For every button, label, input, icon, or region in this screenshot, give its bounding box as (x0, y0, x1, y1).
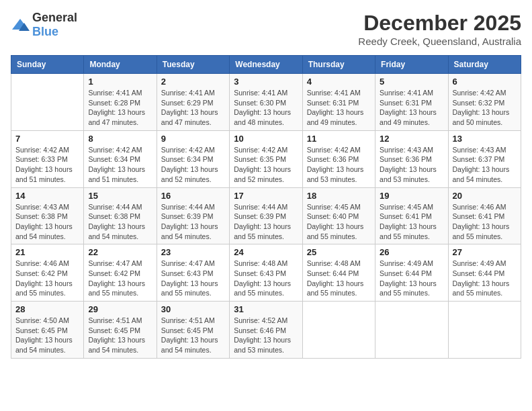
calendar-cell: 27Sunrise: 4:49 AMSunset: 6:44 PMDayligh… (448, 244, 521, 302)
day-info: Sunrise: 4:50 AMSunset: 6:45 PMDaylight:… (15, 316, 79, 355)
day-number: 31 (234, 304, 298, 314)
calendar-cell: 25Sunrise: 4:48 AMSunset: 6:44 PMDayligh… (302, 244, 375, 302)
calendar-cell: 1Sunrise: 4:41 AMSunset: 6:28 PMDaylight… (84, 74, 157, 131)
day-number: 4 (307, 77, 371, 87)
day-number: 28 (15, 304, 79, 314)
day-number: 7 (15, 134, 79, 144)
day-info: Sunrise: 4:49 AMSunset: 6:44 PMDaylight:… (453, 259, 517, 298)
day-info: Sunrise: 4:47 AMSunset: 6:43 PMDaylight:… (161, 259, 225, 298)
day-info: Sunrise: 4:43 AMSunset: 6:38 PMDaylight:… (15, 202, 79, 242)
day-info: Sunrise: 4:42 AMSunset: 6:32 PMDaylight:… (453, 88, 517, 128)
calendar-cell: 26Sunrise: 4:49 AMSunset: 6:44 PMDayligh… (375, 244, 448, 302)
calendar-week-row: 14Sunrise: 4:43 AMSunset: 6:38 PMDayligh… (11, 187, 521, 244)
calendar-cell: 28Sunrise: 4:50 AMSunset: 6:45 PMDayligh… (11, 302, 84, 359)
day-number: 9 (161, 134, 225, 144)
calendar-cell: 6Sunrise: 4:42 AMSunset: 6:32 PMDaylight… (448, 74, 521, 131)
calendar-cell: 21Sunrise: 4:46 AMSunset: 6:42 PMDayligh… (11, 244, 84, 302)
calendar-cell: 16Sunrise: 4:44 AMSunset: 6:39 PMDayligh… (157, 187, 229, 244)
day-info: Sunrise: 4:42 AMSunset: 6:34 PMDaylight:… (88, 145, 152, 185)
calendar-cell: 14Sunrise: 4:43 AMSunset: 6:38 PMDayligh… (11, 187, 84, 244)
day-number: 10 (234, 134, 298, 144)
calendar-cell: 15Sunrise: 4:44 AMSunset: 6:38 PMDayligh… (84, 187, 157, 244)
day-info: Sunrise: 4:46 AMSunset: 6:42 PMDaylight:… (15, 259, 79, 298)
calendar-cell: 20Sunrise: 4:46 AMSunset: 6:41 PMDayligh… (448, 187, 521, 244)
day-number: 24 (234, 247, 298, 257)
calendar-cell: 29Sunrise: 4:51 AMSunset: 6:45 PMDayligh… (84, 302, 157, 359)
calendar-cell: 18Sunrise: 4:45 AMSunset: 6:40 PMDayligh… (302, 187, 375, 244)
day-number: 21 (15, 247, 79, 257)
calendar-header-saturday: Saturday (448, 56, 521, 74)
calendar-week-row: 7Sunrise: 4:42 AMSunset: 6:33 PMDaylight… (11, 130, 521, 187)
calendar-header-sunday: Sunday (11, 56, 84, 74)
day-info: Sunrise: 4:43 AMSunset: 6:37 PMDaylight:… (453, 145, 517, 185)
day-info: Sunrise: 4:46 AMSunset: 6:41 PMDaylight:… (453, 202, 517, 242)
day-info: Sunrise: 4:45 AMSunset: 6:40 PMDaylight:… (307, 202, 371, 242)
day-number: 23 (161, 247, 225, 257)
calendar-cell: 17Sunrise: 4:44 AMSunset: 6:39 PMDayligh… (230, 187, 302, 244)
calendar-week-row: 21Sunrise: 4:46 AMSunset: 6:42 PMDayligh… (11, 244, 521, 302)
header: General Blue December 2025 Reedy Creek, … (11, 11, 521, 47)
day-info: Sunrise: 4:47 AMSunset: 6:42 PMDaylight:… (88, 259, 152, 298)
day-number: 3 (234, 77, 298, 87)
calendar-cell: 4Sunrise: 4:41 AMSunset: 6:31 PMDaylight… (302, 74, 375, 131)
day-number: 13 (453, 134, 517, 144)
day-info: Sunrise: 4:51 AMSunset: 6:45 PMDaylight:… (161, 316, 225, 355)
day-number: 8 (88, 134, 152, 144)
day-number: 6 (453, 77, 517, 87)
calendar-table: SundayMondayTuesdayWednesdayThursdayFrid… (11, 55, 521, 359)
logo-icon (11, 17, 30, 32)
day-info: Sunrise: 4:48 AMSunset: 6:43 PMDaylight:… (234, 259, 298, 298)
day-info: Sunrise: 4:51 AMSunset: 6:45 PMDaylight:… (88, 316, 152, 355)
calendar-cell (11, 74, 84, 131)
day-info: Sunrise: 4:41 AMSunset: 6:28 PMDaylight:… (88, 88, 152, 128)
calendar-cell: 5Sunrise: 4:41 AMSunset: 6:31 PMDaylight… (375, 74, 448, 131)
day-number: 17 (234, 191, 298, 201)
day-info: Sunrise: 4:44 AMSunset: 6:39 PMDaylight:… (234, 202, 298, 242)
day-number: 26 (380, 247, 443, 257)
calendar-cell: 30Sunrise: 4:51 AMSunset: 6:45 PMDayligh… (157, 302, 229, 359)
day-info: Sunrise: 4:41 AMSunset: 6:31 PMDaylight:… (380, 88, 443, 128)
title-area: December 2025 Reedy Creek, Queensland, A… (358, 11, 521, 47)
calendar-cell: 3Sunrise: 4:41 AMSunset: 6:30 PMDaylight… (230, 74, 302, 131)
day-info: Sunrise: 4:42 AMSunset: 6:36 PMDaylight:… (307, 145, 371, 185)
page-title: December 2025 (358, 11, 521, 36)
day-number: 12 (380, 134, 443, 144)
day-number: 16 (161, 191, 225, 201)
day-info: Sunrise: 4:44 AMSunset: 6:39 PMDaylight:… (161, 202, 225, 242)
day-number: 22 (88, 247, 152, 257)
day-info: Sunrise: 4:41 AMSunset: 6:29 PMDaylight:… (161, 88, 225, 128)
calendar-cell: 23Sunrise: 4:47 AMSunset: 6:43 PMDayligh… (157, 244, 229, 302)
day-number: 18 (307, 191, 371, 201)
day-number: 20 (453, 191, 517, 201)
day-info: Sunrise: 4:45 AMSunset: 6:41 PMDaylight:… (380, 202, 443, 242)
day-info: Sunrise: 4:42 AMSunset: 6:35 PMDaylight:… (234, 145, 298, 185)
calendar-week-row: 28Sunrise: 4:50 AMSunset: 6:45 PMDayligh… (11, 302, 521, 359)
calendar-cell: 31Sunrise: 4:52 AMSunset: 6:46 PMDayligh… (230, 302, 302, 359)
calendar-header-friday: Friday (375, 56, 448, 74)
page-subtitle: Reedy Creek, Queensland, Australia (358, 36, 521, 47)
day-info: Sunrise: 4:44 AMSunset: 6:38 PMDaylight:… (88, 202, 152, 242)
calendar-header-row: SundayMondayTuesdayWednesdayThursdayFrid… (11, 56, 521, 74)
day-info: Sunrise: 4:42 AMSunset: 6:34 PMDaylight:… (161, 145, 225, 185)
calendar-cell: 7Sunrise: 4:42 AMSunset: 6:33 PMDaylight… (11, 130, 84, 187)
calendar-cell: 11Sunrise: 4:42 AMSunset: 6:36 PMDayligh… (302, 130, 375, 187)
calendar-cell (375, 302, 448, 359)
day-info: Sunrise: 4:48 AMSunset: 6:44 PMDaylight:… (307, 259, 371, 298)
calendar-header-monday: Monday (84, 56, 157, 74)
day-number: 29 (88, 304, 152, 314)
calendar-cell: 9Sunrise: 4:42 AMSunset: 6:34 PMDaylight… (157, 130, 229, 187)
calendar-header-wednesday: Wednesday (230, 56, 302, 74)
day-number: 1 (88, 77, 152, 87)
calendar-header-thursday: Thursday (302, 56, 375, 74)
calendar-cell: 19Sunrise: 4:45 AMSunset: 6:41 PMDayligh… (375, 187, 448, 244)
calendar-cell (448, 302, 521, 359)
logo-general: General (32, 11, 77, 24)
calendar-cell: 13Sunrise: 4:43 AMSunset: 6:37 PMDayligh… (448, 130, 521, 187)
calendar-week-row: 1Sunrise: 4:41 AMSunset: 6:28 PMDaylight… (11, 74, 521, 131)
calendar-cell (302, 302, 375, 359)
day-number: 19 (380, 191, 443, 201)
day-number: 25 (307, 247, 371, 257)
day-number: 30 (161, 304, 225, 314)
day-info: Sunrise: 4:42 AMSunset: 6:33 PMDaylight:… (15, 145, 79, 185)
day-info: Sunrise: 4:41 AMSunset: 6:30 PMDaylight:… (234, 88, 298, 128)
